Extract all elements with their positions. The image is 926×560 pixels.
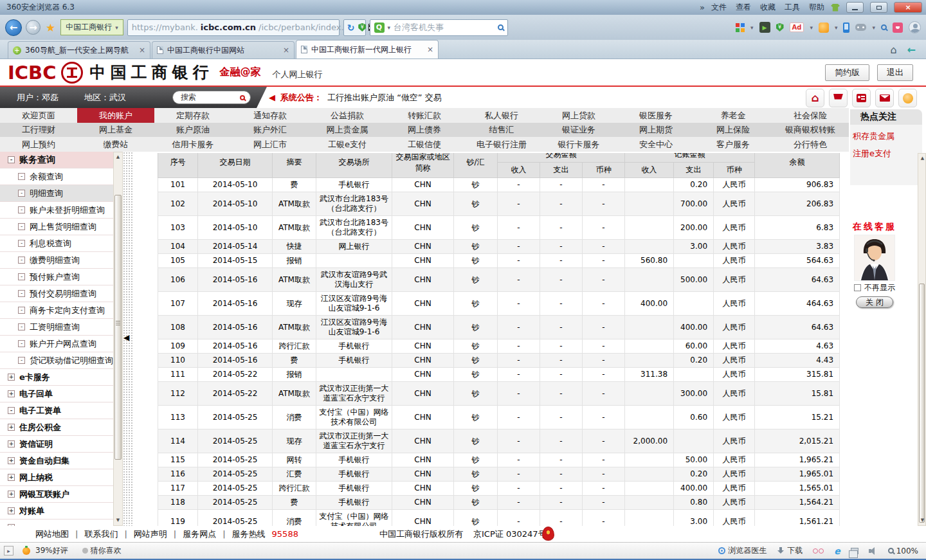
collapse-icon[interactable]: -	[18, 223, 25, 230]
collapse-icon[interactable]: -	[18, 206, 25, 213]
transaction-row[interactable]: 1132014-05-25消费支付宝（中国）网络技术有限公司CHN钞---0.6…	[158, 406, 840, 429]
browser-search-box[interactable]: Q ▾ 台湾客机失事	[370, 19, 508, 36]
transaction-row[interactable]: 1112014-05-22报销CHN钞---311.38人民币315.81	[158, 368, 840, 382]
nav-item[interactable]: 缴费站	[77, 137, 154, 152]
nav-item[interactable]: 我的账户	[77, 108, 154, 123]
nav-item[interactable]: 网上债券	[386, 123, 463, 137]
transaction-row[interactable]: 1122014-05-22ATM取款武汉市汉正街第一大道蓝宝石永宁支行CHN钞-…	[158, 382, 840, 406]
nav-item[interactable]: 网上汇市	[232, 137, 309, 152]
nav-item[interactable]: 结售汇	[463, 123, 540, 137]
nav-item[interactable]: 电子银行注册	[463, 137, 540, 152]
transaction-row[interactable]: 1182014-05-25费手机银行CHN钞---0.80人民币1,564.21	[158, 496, 840, 510]
nav-item[interactable]: 社会保险	[772, 108, 849, 123]
nav-item[interactable]: 分行特色	[772, 137, 849, 152]
collapse-icon[interactable]: -	[18, 340, 25, 347]
service-close-button[interactable]: 关 闭	[856, 296, 893, 308]
restore-button[interactable]	[870, 2, 887, 13]
chevron-down-icon[interactable]: ▾	[835, 24, 838, 31]
chevron-down-icon[interactable]: ▾	[810, 24, 813, 31]
footer-link[interactable]: 服务网点	[183, 528, 216, 540]
sidebar-item[interactable]: +网银互联账户	[0, 486, 113, 503]
collapse-icon[interactable]: -	[8, 407, 15, 414]
nav-item[interactable]: 安全中心	[617, 137, 694, 152]
menubar-item[interactable]: 收藏	[760, 2, 776, 13]
sidebar-item[interactable]: +e卡服务	[0, 369, 113, 386]
nav-item[interactable]: 网上基金	[77, 123, 154, 137]
browser-tab[interactable]: 中国工商银行中国网站×	[152, 41, 295, 59]
sidebar-item[interactable]: -工资明细查询	[0, 319, 113, 336]
sidebar-item[interactable]: +电子回单	[0, 386, 113, 402]
ad-filter-icon[interactable]: Ad	[790, 23, 804, 32]
search-magnifier-icon[interactable]	[498, 24, 504, 30]
menubar-item[interactable]: 帮助	[809, 2, 824, 13]
sidebar-item[interactable]: -账务查询	[0, 152, 113, 168]
expand-icon[interactable]: +	[8, 424, 15, 431]
nav-item[interactable]: 工行理财	[0, 123, 77, 137]
nav-item[interactable]: 定期存款	[154, 108, 232, 123]
sidebar-item[interactable]: +对账单	[0, 503, 113, 519]
collapse-icon[interactable]: -	[18, 273, 25, 280]
tab-close-icon[interactable]: ×	[283, 46, 289, 55]
search-magnifier-icon[interactable]	[240, 95, 245, 100]
gamepad-icon[interactable]	[855, 24, 866, 31]
titlebar[interactable]: 360安全浏览器 6.3 » 文件查看收藏工具帮助 ×	[0, 0, 926, 15]
sidebar-toggle-icon[interactable]: ▸	[4, 546, 14, 555]
sidebar-scrollbar[interactable]: ▲ ▼	[113, 152, 123, 526]
collapse-left-icon[interactable]: ◀	[123, 333, 129, 342]
hotline-number[interactable]: 95588	[272, 529, 298, 539]
sidebar-item[interactable]: -账户开户网点查询	[0, 336, 113, 352]
nav-item[interactable]: 公益捐款	[309, 108, 386, 123]
sidebar-item[interactable]: -账户未登折明细查询	[0, 202, 113, 219]
transaction-row[interactable]: 1162014-05-25汇费手机银行CHN钞---0.20人民币1,965.0…	[158, 467, 840, 482]
sidebar-item[interactable]: -明细查询	[0, 185, 113, 202]
skin-icon[interactable]	[831, 4, 840, 12]
home-icon[interactable]: ⌂	[890, 44, 896, 56]
mail-button[interactable]	[875, 89, 894, 107]
chevron-down-icon[interactable]: ▾	[388, 24, 391, 31]
footer-link[interactable]: 网站地图	[35, 528, 69, 540]
speaker-icon[interactable]	[869, 547, 878, 555]
nav-item[interactable]: 工银信使	[386, 137, 463, 152]
transaction-row[interactable]: 1042014-05-14快捷网上银行CHN钞---3.00人民币3.83	[158, 240, 840, 254]
scroll-down-icon[interactable]: ▼	[114, 516, 122, 525]
service-agent-photo[interactable]	[854, 235, 895, 281]
sidebar-item[interactable]: -余额查询	[0, 168, 113, 185]
transaction-row[interactable]: 1142014-05-25现存武汉市汉正街第一大道蓝宝石永宁支行CHN钞---2…	[158, 429, 840, 453]
back-button[interactable]: ←	[5, 19, 22, 36]
dismiss-checkbox[interactable]	[854, 284, 861, 291]
logout-button[interactable]: 退出	[877, 64, 913, 81]
expand-icon[interactable]: +	[8, 457, 15, 464]
home-button[interactable]: ⌂	[806, 89, 824, 107]
transaction-row[interactable]: 1072014-05-16现存江汉区友谊路9号海山友谊城9-1-6CHN钞---…	[158, 292, 840, 316]
sidebar-item[interactable]: -商务卡定向支付查询	[0, 302, 113, 319]
menubar-item[interactable]: 工具	[785, 2, 800, 13]
sidebar-collapse-strip[interactable]: ◀	[123, 152, 132, 526]
sidebar-item[interactable]: -预付账户查询	[0, 269, 113, 285]
login-avatar-icon[interactable]	[909, 21, 921, 33]
minimize-button[interactable]	[846, 2, 864, 13]
collapse-icon[interactable]: -	[18, 357, 25, 364]
sidebar-item[interactable]: +住房公积金	[0, 419, 113, 436]
apps-grid-icon[interactable]	[736, 23, 745, 32]
nav-item[interactable]: 欢迎页面	[0, 108, 77, 123]
scrollbar-thumb[interactable]	[114, 195, 122, 460]
nav-item[interactable]: 养老金	[694, 108, 772, 123]
tab-close-icon[interactable]: ×	[427, 45, 433, 54]
transaction-row[interactable]: 1082014-05-16ATM取款江汉区友谊路9号海山友谊城9-1-6CHN钞…	[158, 316, 840, 339]
simple-version-button[interactable]: 简约版	[825, 64, 869, 81]
expand-icon[interactable]: +	[8, 374, 15, 381]
sidebar-item[interactable]: -预付交易明细查询	[0, 285, 113, 302]
sidebar-item[interactable]: -电子工资单	[0, 402, 113, 419]
nav-item[interactable]: 转账汇款	[386, 108, 463, 123]
toolbar-overflow-icon[interactable]: »	[700, 3, 705, 12]
contacts-button[interactable]	[852, 89, 871, 107]
sidebar-item[interactable]: +资信证明	[0, 436, 113, 453]
nav-item[interactable]: 私人银行	[463, 108, 540, 123]
site-identity-button[interactable]: 中国工商银行 ▾	[60, 19, 123, 35]
ie-mode-icon[interactable]: e	[834, 546, 840, 556]
nav-item[interactable]: 网上期货	[617, 123, 694, 137]
page-scrollbar[interactable]: ▲ ▼	[918, 153, 926, 526]
sidebar-item[interactable]: +网上纳税	[0, 469, 113, 486]
browser-doctor-button[interactable]: 浏览器医生	[718, 545, 767, 556]
nav-item[interactable]: 账户原油	[154, 123, 232, 137]
